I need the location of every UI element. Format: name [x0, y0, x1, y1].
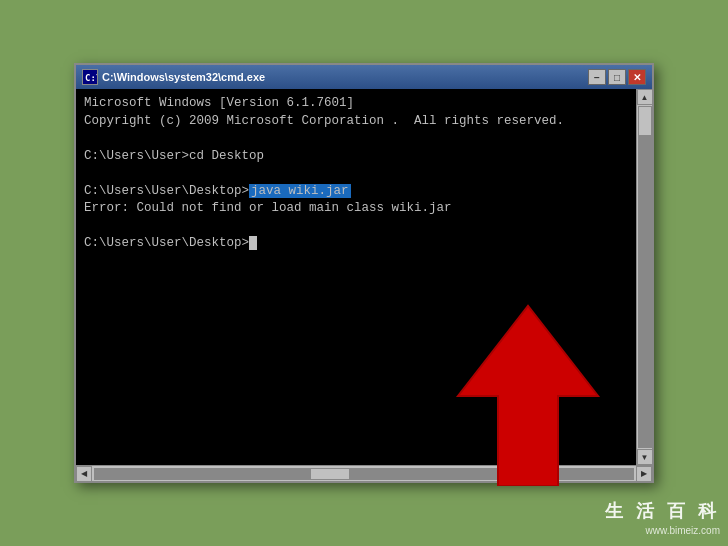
cmd-line-9: C:\Users\User\Desktop>: [84, 235, 644, 253]
watermark-url: www.bimeiz.com: [605, 524, 720, 538]
scroll-thumb-horizontal[interactable]: [310, 468, 350, 480]
close-button[interactable]: ✕: [628, 69, 646, 85]
scroll-up-button[interactable]: ▲: [637, 89, 653, 105]
cmd-line-3: [84, 130, 644, 148]
cmd-window: C:\ C:\Windows\system32\cmd.exe − □ ✕ Mi…: [74, 63, 654, 483]
cmd-line-2: Copyright (c) 2009 Microsoft Corporation…: [84, 113, 644, 131]
cmd-line-4: C:\Users\User>cd Desktop: [84, 148, 644, 166]
scroll-down-button[interactable]: ▼: [637, 449, 653, 465]
scroll-track-horizontal[interactable]: [94, 468, 634, 480]
title-bar: C:\ C:\Windows\system32\cmd.exe − □ ✕: [76, 65, 652, 89]
scroll-track-vertical[interactable]: [638, 106, 652, 448]
cmd-line-8: [84, 218, 644, 236]
title-bar-left: C:\ C:\Windows\system32\cmd.exe: [82, 69, 265, 85]
scrollbar-bottom[interactable]: ◀ ▶: [76, 465, 652, 481]
cmd-icon: C:\: [82, 69, 98, 85]
cursor: [249, 236, 257, 250]
cmd-text-area[interactable]: Microsoft Windows [Version 6.1.7601] Cop…: [76, 89, 652, 465]
cmd-line-5: [84, 165, 644, 183]
scroll-thumb-vertical[interactable]: [638, 106, 652, 136]
scroll-left-button[interactable]: ◀: [76, 466, 92, 482]
svg-text:C:\: C:\: [85, 73, 97, 83]
cmd-content-area: Microsoft Windows [Version 6.1.7601] Cop…: [76, 89, 652, 465]
minimize-button[interactable]: −: [588, 69, 606, 85]
title-buttons: − □ ✕: [588, 69, 646, 85]
cmd-line-6: C:\Users\User\Desktop>java wiki.jar: [84, 183, 644, 201]
window-title: C:\Windows\system32\cmd.exe: [102, 71, 265, 83]
watermark-chinese: 生 活 百 科: [605, 499, 720, 524]
watermark: 生 活 百 科 www.bimeiz.com: [605, 499, 720, 538]
cmd-line-1: Microsoft Windows [Version 6.1.7601]: [84, 95, 644, 113]
scrollbar-right[interactable]: ▲ ▼: [636, 89, 652, 465]
java-command-highlight: java wiki.jar: [249, 184, 351, 198]
scroll-right-button[interactable]: ▶: [636, 466, 652, 482]
maximize-button[interactable]: □: [608, 69, 626, 85]
cmd-line-7: Error: Could not find or load main class…: [84, 200, 644, 218]
